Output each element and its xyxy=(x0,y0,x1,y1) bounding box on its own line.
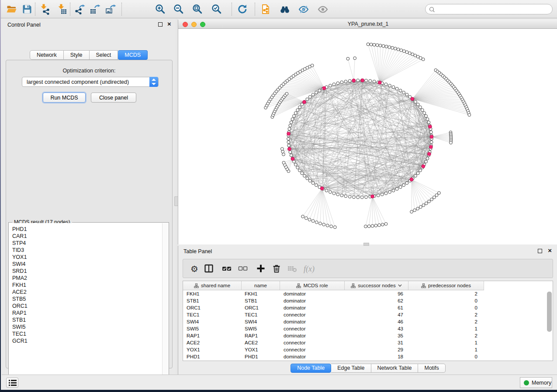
table-cell[interactable]: YOX1 xyxy=(245,346,277,353)
mcds-result-item[interactable]: CAR1 xyxy=(12,233,162,240)
table-cell[interactable]: connector xyxy=(284,346,340,353)
export-network-button[interactable] xyxy=(74,3,86,15)
import-network-button[interactable] xyxy=(39,3,50,15)
table-cell[interactable]: 0 xyxy=(408,353,477,360)
table-cell[interactable]: 46 xyxy=(345,318,403,325)
table-cell[interactable]: 2 xyxy=(408,290,477,297)
table-cell[interactable]: 1 xyxy=(408,325,477,332)
mcds-result-item[interactable]: ORC1 xyxy=(12,303,162,309)
table-cell[interactable]: ORC1 xyxy=(245,304,277,311)
search-input[interactable] xyxy=(437,5,550,14)
table-cell[interactable]: 47 xyxy=(345,311,403,318)
table-cell[interactable]: dominator xyxy=(284,304,340,311)
mcds-result-item[interactable]: SRD1 xyxy=(12,268,162,275)
mcds-result-item[interactable]: PHD1 xyxy=(12,226,162,233)
table-row[interactable]: RAP1RAP1dominator352 xyxy=(183,332,553,339)
table-cell[interactable]: FKH1 xyxy=(187,290,239,297)
function-builder-button[interactable]: f(x) xyxy=(304,264,314,274)
table-cell[interactable]: 0 xyxy=(408,304,477,311)
mcds-result-item[interactable]: ACE2 xyxy=(12,289,162,296)
mcds-result-item[interactable]: TID3 xyxy=(12,247,162,254)
criterion-dropdown[interactable]: largest connected component (undirected) xyxy=(22,77,159,87)
table-cell[interactable]: connector xyxy=(284,311,340,318)
table-cell[interactable]: connector xyxy=(284,339,340,346)
tab-style[interactable]: Style xyxy=(64,50,90,60)
horizontal-splitter-handle[interactable] xyxy=(363,243,369,246)
delete-column-button[interactable] xyxy=(271,264,282,274)
table-cell[interactable]: ORC1 xyxy=(187,304,239,311)
table-cell[interactable]: connector xyxy=(284,325,340,332)
table-row[interactable]: SWI5SWI5connector431 xyxy=(183,325,553,332)
table-row[interactable]: SWI4SWI4dominator462 xyxy=(183,318,553,325)
mcds-result-item[interactable]: RAP1 xyxy=(12,309,162,316)
zoom-selected-button[interactable] xyxy=(211,3,222,15)
table-cell[interactable]: PHD1 xyxy=(245,353,277,360)
column-header-MCDS-role[interactable]: MCDS role xyxy=(280,281,345,290)
run-mcds-button[interactable]: Run MCDS xyxy=(43,93,86,103)
table-row[interactable]: TEC1TEC1connector472 xyxy=(183,311,553,318)
columns-button[interactable] xyxy=(204,264,214,274)
mcds-result-item[interactable]: STP4 xyxy=(12,240,162,247)
mcds-result-scrollbar[interactable] xyxy=(162,223,168,384)
table-row[interactable]: STB1STB1dominator620 xyxy=(183,297,553,304)
table-cell[interactable]: dominator xyxy=(284,332,340,339)
table-cell[interactable]: dominator xyxy=(284,297,340,304)
close-panel-button[interactable]: Close panel xyxy=(91,93,136,103)
mcds-result-item[interactable]: STB5 xyxy=(12,296,162,303)
table-row[interactable]: PHD1PHD1dominator180 xyxy=(183,353,553,360)
column-header-predecessor-nodes[interactable]: predecessor nodes xyxy=(408,281,484,290)
zoom-in-button[interactable] xyxy=(155,3,166,15)
zoom-out-button[interactable] xyxy=(173,3,184,15)
table-row[interactable]: ORC1ORC1dominator610 xyxy=(183,304,553,311)
table-cell[interactable]: 18 xyxy=(345,353,403,360)
import-table-button[interactable] xyxy=(56,3,68,15)
table-cell[interactable]: ACE2 xyxy=(187,339,239,346)
refresh-button[interactable] xyxy=(237,3,248,15)
table-cell[interactable]: 2 xyxy=(408,332,477,339)
table-cell[interactable]: RAP1 xyxy=(187,332,239,339)
table-scrollbar-thumb[interactable] xyxy=(547,292,552,332)
table-cell[interactable]: 2 xyxy=(408,318,477,325)
export-table-button[interactable] xyxy=(90,3,101,15)
task-history-button[interactable] xyxy=(6,378,18,388)
table-cell[interactable]: TEC1 xyxy=(245,311,277,318)
table-cell[interactable]: 0 xyxy=(408,297,477,304)
table-cell[interactable]: 2 xyxy=(408,311,477,318)
table-cell[interactable]: 43 xyxy=(345,325,403,332)
mcds-result-item[interactable]: PMA2 xyxy=(12,275,162,282)
clear-selection-button[interactable] xyxy=(238,264,248,274)
mcds-result-item[interactable]: GCR1 xyxy=(12,337,162,344)
table-cell[interactable]: 1 xyxy=(408,339,477,346)
table-cell[interactable]: SWI4 xyxy=(187,318,239,325)
mcds-result-item[interactable]: YOX1 xyxy=(12,254,162,261)
table-panel-close-button[interactable]: × xyxy=(548,248,552,253)
table-cell[interactable]: SWI4 xyxy=(245,318,277,325)
table-cell[interactable]: STB1 xyxy=(245,297,277,304)
eye-crossed-button[interactable] xyxy=(298,3,309,15)
table-row[interactable]: FKH1FKH1dominator962 xyxy=(183,290,553,297)
tab-select[interactable]: Select xyxy=(90,50,118,60)
table-cell[interactable]: 1 xyxy=(408,346,477,353)
tab-node-table[interactable]: Node Table xyxy=(291,364,331,373)
table-cell[interactable]: ACE2 xyxy=(245,339,277,346)
table-row[interactable]: ACE2ACE2connector311 xyxy=(183,339,553,346)
table-cell[interactable]: 35 xyxy=(345,332,403,339)
table-cell[interactable]: SWI5 xyxy=(245,325,277,332)
mcds-result-item[interactable]: SWI4 xyxy=(12,261,162,268)
table-cell[interactable]: STB1 xyxy=(187,297,239,304)
table-cell[interactable]: SWI5 xyxy=(187,325,239,332)
control-panel-float-button[interactable] xyxy=(158,22,163,27)
table-cell[interactable]: dominator xyxy=(284,290,340,297)
settings-button[interactable]: ⚙ xyxy=(189,264,200,274)
mcds-result-item[interactable]: FKH1 xyxy=(12,282,162,289)
tab-edge-table[interactable]: Edge Table xyxy=(331,364,371,373)
mcds-result-item[interactable]: TEC1 xyxy=(12,330,162,337)
eye-button[interactable] xyxy=(317,3,329,15)
select-all-button[interactable] xyxy=(221,264,232,274)
network-graph[interactable] xyxy=(178,29,557,244)
table-cell[interactable]: PHD1 xyxy=(187,353,239,360)
table-cell[interactable]: YOX1 xyxy=(187,346,239,353)
column-header-name[interactable]: name xyxy=(242,281,280,290)
tab-motifs[interactable]: Motifs xyxy=(418,364,445,373)
column-header-shared-name[interactable]: shared name xyxy=(183,281,242,290)
